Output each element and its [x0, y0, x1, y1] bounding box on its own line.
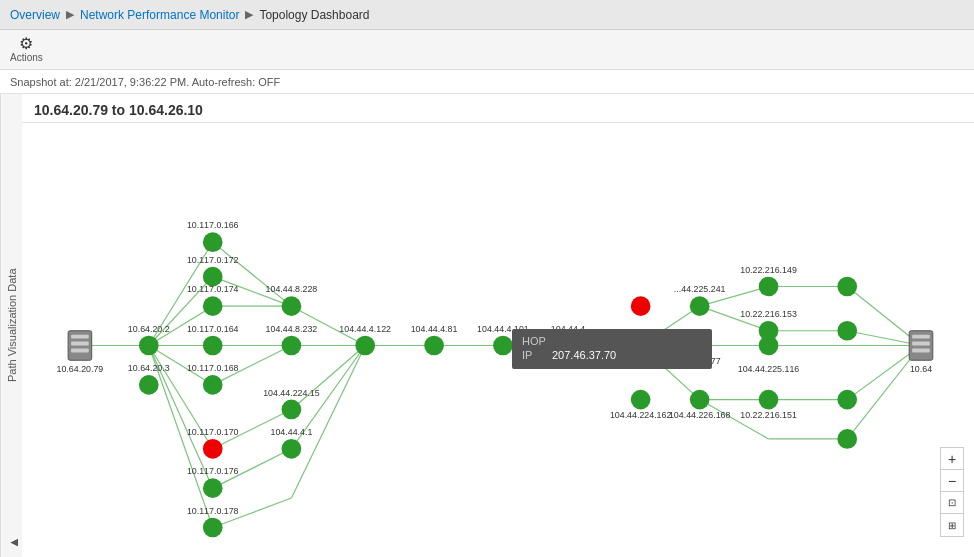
- node-far3[interactable]: [837, 390, 857, 410]
- node-1022216151[interactable]: [759, 390, 779, 410]
- node-1044638[interactable]: [690, 336, 710, 356]
- svg-text:10.22.216.149: 10.22.216.149: [740, 265, 797, 275]
- node-104448228[interactable]: [282, 296, 302, 316]
- node-start[interactable]: 10.64.20.79: [57, 331, 104, 374]
- svg-text:10.117.0.170: 10.117.0.170: [187, 427, 239, 437]
- breadcrumb-sep-2: ▶: [245, 8, 253, 21]
- node-104444101[interactable]: [493, 336, 513, 356]
- svg-rect-77: [912, 342, 930, 346]
- svg-text:104.44.225.116: 104.44.225.116: [738, 364, 800, 374]
- svg-rect-47: [71, 348, 89, 352]
- svg-text:10.64.20.2: 10.64.20.2: [128, 324, 170, 334]
- node-10444422415[interactable]: [282, 400, 302, 420]
- node-10117170-red[interactable]: [203, 439, 223, 459]
- svg-rect-46: [71, 342, 89, 346]
- node-1064202[interactable]: [139, 336, 159, 356]
- zoom-reset-button[interactable]: ⊡: [941, 492, 963, 514]
- svg-rect-78: [912, 348, 930, 352]
- svg-text:10.117.0.176: 10.117.0.176: [187, 466, 239, 476]
- breadcrumb-current: Topology Dashboard: [259, 8, 369, 22]
- zoom-in-button[interactable]: +: [941, 448, 963, 470]
- breadcrumb-sep-1: ▶: [66, 8, 74, 21]
- node-far1[interactable]: [837, 277, 857, 297]
- svg-text:10.22.216.153: 10.22.216.153: [740, 309, 797, 319]
- svg-text:...46.38.77: ...46.38.77: [679, 356, 721, 366]
- svg-line-26: [641, 306, 700, 345]
- svg-text:104.44.4.1: 104.44.4.1: [271, 427, 313, 437]
- svg-text:10.64: 10.64: [910, 364, 932, 374]
- actions-button[interactable]: ⚙ Actions: [10, 36, 43, 63]
- zoom-controls: + − ⊡ ⊞: [940, 447, 964, 537]
- node-104225116[interactable]: [759, 336, 779, 356]
- svg-text:104.44.4.81: 104.44.4.81: [411, 324, 458, 334]
- node-1044441[interactable]: [282, 439, 302, 459]
- node-10117164[interactable]: [203, 336, 223, 356]
- main-content: ▶ Path Visualization Data 10.64.20.79 to…: [0, 94, 974, 557]
- breadcrumb-bar: Overview ▶ Network Performance Monitor ▶…: [0, 0, 974, 30]
- node-end[interactable]: 10.64: [909, 331, 933, 374]
- snapshot-bar: Snapshot at: 2/21/2017, 9:36:22 PM. Auto…: [0, 70, 974, 94]
- node-10117178[interactable]: [203, 518, 223, 538]
- node-10117176[interactable]: [203, 478, 223, 498]
- zoom-fit-button[interactable]: ⊞: [941, 514, 963, 536]
- node-1064203[interactable]: [139, 375, 159, 395]
- svg-text:104.44.224.15: 104.44.224.15: [263, 388, 320, 398]
- node-104225241[interactable]: [690, 296, 710, 316]
- actions-label: Actions: [10, 52, 43, 63]
- svg-text:10.117.0.172: 10.117.0.172: [187, 255, 239, 265]
- actions-icon: ⚙: [19, 36, 33, 52]
- sidebar-arrow: ▶: [10, 538, 18, 549]
- svg-text:104.44.8.232: 104.44.8.232: [266, 324, 318, 334]
- svg-text:104.44.4.101: 104.44.4.101: [477, 324, 529, 334]
- node-10117168[interactable]: [203, 375, 223, 395]
- topology-svg: 10.64.20.79 10.117.0.166 10.117.0.172 10…: [22, 134, 974, 557]
- svg-text:...44.225.241: ...44.225.241: [674, 284, 726, 294]
- svg-text:104.44.4.122: 104.44.4.122: [339, 324, 391, 334]
- node-104444122[interactable]: [355, 336, 375, 356]
- svg-text:104.44.8.228: 104.44.8.228: [266, 284, 318, 294]
- svg-text:104.44.4...: 104.44.4...: [551, 324, 593, 334]
- node-10444[interactable]: [562, 336, 582, 356]
- toolbar: ⚙ Actions: [0, 30, 974, 70]
- path-visualization-sidebar[interactable]: ▶ Path Visualization Data: [0, 94, 22, 557]
- node-10444481[interactable]: [424, 336, 444, 356]
- panel-title: 10.64.20.79 to 10.64.26.10: [22, 94, 974, 123]
- svg-text:10.64.20.3: 10.64.20.3: [128, 363, 170, 373]
- svg-line-28: [641, 346, 700, 400]
- sidebar-label-text: Path Visualization Data: [6, 269, 18, 383]
- svg-text:104.44.226.168: 104.44.226.168: [669, 410, 731, 420]
- svg-text:10.22.216.151: 10.22.216.151: [740, 410, 797, 420]
- svg-rect-76: [912, 335, 930, 339]
- node-far4[interactable]: [837, 429, 857, 449]
- breadcrumb-overview[interactable]: Overview: [10, 8, 60, 22]
- node-far2[interactable]: [837, 321, 857, 341]
- svg-text:10.117.0.174: 10.117.0.174: [187, 284, 239, 294]
- svg-rect-45: [71, 335, 89, 339]
- svg-line-9: [213, 242, 292, 306]
- graph-area[interactable]: 10.64.20.79 10.117.0.166 10.117.0.172 10…: [22, 134, 974, 557]
- svg-text:10.117.0.164: 10.117.0.164: [187, 324, 239, 334]
- node-10117174[interactable]: [203, 296, 223, 316]
- node-10117166[interactable]: [203, 232, 223, 252]
- zoom-out-button[interactable]: −: [941, 470, 963, 492]
- snapshot-text: Snapshot at: 2/21/2017, 9:36:22 PM. Auto…: [10, 76, 280, 88]
- svg-text:104.44.224.162: 104.44.224.162: [610, 410, 672, 420]
- node-104426168[interactable]: [690, 390, 710, 410]
- svg-text:10.117.0.168: 10.117.0.168: [187, 363, 239, 373]
- node-1022216149[interactable]: [759, 277, 779, 297]
- svg-text:10.117.0.178: 10.117.0.178: [187, 506, 239, 516]
- node-tooltip-target[interactable]: [631, 336, 651, 356]
- node-104448232[interactable]: [282, 336, 302, 356]
- svg-line-19: [291, 346, 365, 410]
- svg-text:10.117.0.166: 10.117.0.166: [187, 220, 239, 230]
- svg-line-21: [291, 346, 365, 498]
- topology-panel: 10.64.20.79 to 10.64.26.10: [22, 94, 974, 557]
- svg-text:10.64.20.79: 10.64.20.79: [57, 364, 104, 374]
- node-red-right[interactable]: [631, 296, 651, 316]
- node-104442162[interactable]: [631, 390, 651, 410]
- breadcrumb-npm[interactable]: Network Performance Monitor: [80, 8, 239, 22]
